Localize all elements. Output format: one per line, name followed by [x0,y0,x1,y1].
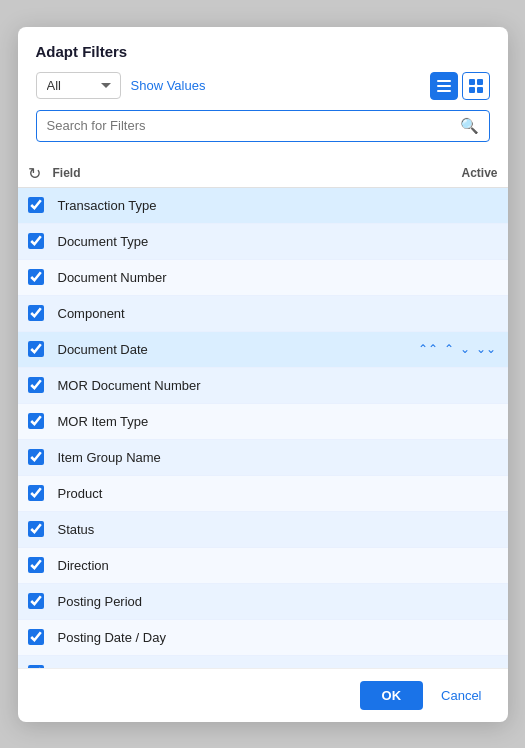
show-values-button[interactable]: Show Values [131,78,206,93]
row-label: Product [58,486,498,501]
svg-rect-1 [437,85,451,87]
row-label: Direction [58,558,498,573]
cancel-button[interactable]: Cancel [433,681,489,710]
row-checkbox-10[interactable] [28,557,44,573]
table-row: Document Type [18,224,508,260]
row-checkbox-11[interactable] [28,593,44,609]
view-toggle-group [430,72,490,100]
row-label: Document Number [58,270,498,285]
table-row: Document Number [18,260,508,296]
modal-footer: OK Cancel [18,668,508,722]
modal-controls: All Active Inactive Show Values [36,72,490,100]
row-checkbox-2[interactable] [28,269,44,285]
refresh-icon[interactable]: ↻ [28,164,41,183]
row-checkbox-7[interactable] [28,449,44,465]
table-row: Document Date⌃⌃⌃⌄⌄⌄ [18,332,508,368]
svg-rect-3 [469,79,475,85]
row-label: Posting Date / Day [58,630,498,645]
adapt-filters-modal: Adapt Filters All Active Inactive Show V… [18,27,508,722]
table-row: Posting Date / Day [18,620,508,656]
filter-dropdown[interactable]: All Active Inactive [36,72,121,99]
row-checkbox-5[interactable] [28,377,44,393]
filter-table-body: Transaction TypeDocument TypeDocument Nu… [18,188,508,668]
row-checkbox-4[interactable] [28,341,44,357]
search-icon: 🔍 [460,117,479,135]
svg-rect-5 [469,87,475,93]
row-label: Posting Period [58,594,498,609]
svg-rect-6 [477,87,483,93]
row-checkbox-0[interactable] [28,197,44,213]
row-checkbox-9[interactable] [28,521,44,537]
svg-rect-4 [477,79,483,85]
table-row: Product [18,476,508,512]
sort-down-button[interactable]: ⌄ [458,341,472,357]
grid-icon [469,79,483,93]
table-row: Posting Date / Month [18,656,508,668]
list-icon [437,79,451,93]
row-label: Document Date [58,342,416,357]
grid-view-button[interactable] [462,72,490,100]
svg-rect-0 [437,80,451,82]
modal-overlay: Adapt Filters All Active Inactive Show V… [13,14,513,734]
table-row: Item Group Name [18,440,508,476]
table-row: MOR Item Type [18,404,508,440]
row-checkbox-3[interactable] [28,305,44,321]
modal-title: Adapt Filters [36,43,490,60]
table-header: ↻ Field Active [18,160,508,188]
sort-up-button[interactable]: ⌃ [442,341,456,357]
sort-actions: ⌃⌃⌃⌄⌄⌄ [416,341,498,357]
row-label: MOR Document Number [58,378,498,393]
row-label: Document Type [58,234,498,249]
table-row: Transaction Type [18,188,508,224]
row-label: MOR Item Type [58,414,498,429]
row-checkbox-6[interactable] [28,413,44,429]
svg-rect-2 [437,90,451,92]
row-checkbox-1[interactable] [28,233,44,249]
active-column-header: Active [448,166,498,180]
row-label: Component [58,306,498,321]
table-row: Posting Period [18,584,508,620]
ok-button[interactable]: OK [360,681,424,710]
modal-header: Adapt Filters All Active Inactive Show V… [18,27,508,160]
row-checkbox-8[interactable] [28,485,44,501]
controls-left: All Active Inactive Show Values [36,72,206,99]
row-checkbox-12[interactable] [28,629,44,645]
search-bar: 🔍 [36,110,490,142]
sort-last-button[interactable]: ⌄⌄ [474,341,498,357]
row-label: Item Group Name [58,450,498,465]
table-row: Component [18,296,508,332]
sort-first-button[interactable]: ⌃⌃ [416,341,440,357]
table-row: Direction [18,548,508,584]
table-row: Status [18,512,508,548]
search-input[interactable] [47,118,460,133]
row-label: Transaction Type [58,198,498,213]
table-row: MOR Document Number [18,368,508,404]
field-column-header: Field [53,166,448,180]
row-label: Status [58,522,498,537]
list-view-button[interactable] [430,72,458,100]
